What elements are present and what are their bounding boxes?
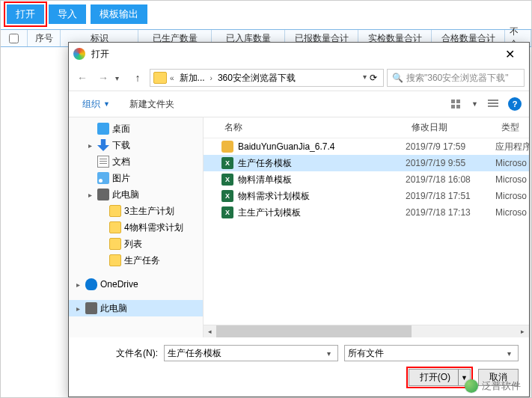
breadcrumb-dropdown-icon[interactable]: ▾ bbox=[363, 73, 367, 83]
search-icon: 🔍 bbox=[392, 73, 403, 83]
file-row[interactable]: 物料清单模板2019/7/18 16:08Microso bbox=[204, 171, 529, 188]
file-filter-select[interactable]: 所有文件 ▾ bbox=[344, 345, 519, 361]
desktop-icon bbox=[97, 123, 109, 135]
download-icon bbox=[97, 139, 109, 151]
tree-item[interactable]: 生产任务 bbox=[69, 252, 203, 269]
tree-item[interactable]: 文档 bbox=[69, 153, 203, 170]
file-type: 应用程序 bbox=[495, 141, 529, 153]
tree-item[interactable]: 3主生产计划 bbox=[69, 203, 203, 219]
tree-item[interactable]: ▸OneDrive bbox=[69, 276, 203, 293]
file-open-dialog: 打开 ✕ ← → ▾ ↑ « 新加... › 360安全浏览器下载 ▾ ⟳ 🔍 … bbox=[68, 42, 530, 397]
file-name: 物料需求计划模板 bbox=[238, 190, 310, 203]
file-type: Microso bbox=[495, 174, 529, 185]
folder-tree[interactable]: 桌面▸下载文档图片▸此电脑3主生产计划4物料需求计划列表生产任务▸OneDriv… bbox=[69, 117, 204, 337]
pic-icon bbox=[97, 172, 109, 184]
nav-back-icon[interactable]: ← bbox=[73, 69, 91, 87]
file-row[interactable]: BaiduYunGuanJia_6.7.42019/7/9 17:59应用程序 bbox=[204, 138, 529, 155]
tree-item[interactable]: ▸下载 bbox=[69, 137, 203, 153]
cancel-button[interactable]: 取消 bbox=[478, 369, 519, 386]
tree-item-label: 此电脑 bbox=[100, 302, 127, 315]
refresh-icon[interactable]: ⟳ bbox=[370, 73, 377, 83]
tree-item-label: 生产任务 bbox=[124, 254, 160, 267]
breadcrumb[interactable]: « 新加... › 360安全浏览器下载 ▾ ⟳ bbox=[150, 69, 384, 87]
new-folder-button[interactable]: 新建文件夹 bbox=[129, 98, 174, 111]
expand-icon[interactable]: ▸ bbox=[73, 304, 82, 313]
filename-input[interactable]: 生产任务模板 ▾ bbox=[164, 345, 338, 361]
open-file-button[interactable]: 打开(O) ▼ bbox=[409, 369, 471, 386]
view-list-icon[interactable] bbox=[486, 98, 501, 110]
expand-icon[interactable]: ▸ bbox=[73, 281, 82, 289]
search-input[interactable]: 🔍 搜索"360安全浏览器下载" bbox=[387, 69, 525, 87]
chevron-down-icon[interactable]: ▾ bbox=[322, 349, 334, 358]
tree-item-label: OneDrive bbox=[100, 279, 138, 290]
tree-item[interactable]: ▸此电脑 bbox=[69, 186, 203, 203]
view-dropdown-icon[interactable]: ▼ bbox=[471, 100, 478, 108]
horizontal-scrollbar[interactable]: ◂ ▸ bbox=[204, 325, 529, 337]
file-name: 生产任务模板 bbox=[238, 157, 292, 170]
excel-icon bbox=[221, 190, 233, 202]
scroll-thumb[interactable] bbox=[216, 325, 412, 337]
file-date: 2019/7/18 16:08 bbox=[406, 174, 495, 185]
file-header-name[interactable]: 名称 bbox=[204, 121, 406, 134]
file-type: Microso bbox=[495, 158, 529, 168]
tree-item[interactable]: 4物料需求计划 bbox=[69, 219, 203, 236]
dialog-title: 打开 bbox=[91, 48, 495, 61]
nav-history-dropdown[interactable]: ▾ bbox=[115, 74, 126, 82]
file-row[interactable]: 物料需求计划模板2019/7/18 17:51Microso bbox=[204, 188, 529, 204]
folder-icon bbox=[109, 238, 121, 250]
tree-item-label: 文档 bbox=[112, 156, 130, 168]
nav-up-icon[interactable]: ↑ bbox=[129, 69, 147, 87]
tree-item-label: 3主生产计划 bbox=[124, 205, 174, 218]
tree-item-label: 桌面 bbox=[112, 123, 130, 135]
tree-item-label: 下载 bbox=[112, 139, 130, 152]
tree-item[interactable]: 列表 bbox=[69, 236, 203, 252]
tree-item-label: 图片 bbox=[112, 172, 130, 185]
file-header-date[interactable]: 修改日期 bbox=[406, 121, 495, 134]
template-button[interactable]: 模板输出 bbox=[91, 4, 147, 24]
exe-icon bbox=[221, 141, 233, 153]
breadcrumb-seg[interactable]: 360安全浏览器下载 bbox=[215, 72, 298, 85]
view-thumbs-icon[interactable] bbox=[449, 98, 464, 110]
import-button[interactable]: 导入 bbox=[49, 4, 86, 24]
close-icon[interactable]: ✕ bbox=[495, 43, 525, 64]
folder-icon bbox=[109, 221, 121, 233]
pc-icon bbox=[85, 302, 97, 314]
expand-icon[interactable]: ▸ bbox=[85, 141, 94, 150]
file-name: BaiduYunGuanJia_6.7.4 bbox=[238, 141, 334, 152]
file-list[interactable]: BaiduYunGuanJia_6.7.42019/7/9 17:59应用程序生… bbox=[204, 138, 529, 325]
doc-icon bbox=[97, 156, 109, 168]
filename-label: 文件名(N): bbox=[79, 347, 158, 360]
tree-item-label: 此电脑 bbox=[112, 189, 139, 201]
folder-icon bbox=[109, 205, 121, 217]
file-date: 2019/7/18 17:51 bbox=[406, 191, 495, 201]
file-date: 2019/7/9 17:59 bbox=[406, 141, 495, 152]
scroll-right-icon[interactable]: ▸ bbox=[516, 325, 529, 337]
organize-button[interactable]: 组织 ▼ bbox=[76, 95, 116, 114]
tree-item[interactable]: ▸此电脑 bbox=[69, 300, 203, 316]
search-placeholder: 搜索"360安全浏览器下载" bbox=[406, 72, 509, 85]
file-type: Microso bbox=[495, 207, 529, 218]
excel-icon bbox=[221, 174, 233, 186]
select-all-checkbox[interactable] bbox=[9, 34, 19, 43]
file-name: 主生产计划模板 bbox=[238, 206, 301, 219]
onedrive-icon bbox=[85, 278, 97, 290]
chevron-down-icon[interactable]: ▾ bbox=[503, 349, 515, 358]
open-file-label: 打开(O) bbox=[420, 371, 450, 384]
open-dropdown-icon[interactable]: ▼ bbox=[458, 370, 470, 385]
file-row[interactable]: 主生产计划模板2019/7/18 17:13Microso bbox=[204, 204, 529, 221]
organize-label: 组织 bbox=[82, 98, 100, 111]
nav-forward-icon: → bbox=[94, 69, 112, 87]
col-seq: 序号 bbox=[28, 30, 61, 46]
breadcrumb-seg[interactable]: 新加... bbox=[177, 72, 207, 85]
file-row[interactable]: 生产任务模板2019/7/19 9:55Microso bbox=[204, 155, 529, 171]
help-icon[interactable]: ? bbox=[508, 97, 522, 111]
pc-icon bbox=[97, 189, 109, 200]
file-header-type[interactable]: 类型 bbox=[495, 121, 529, 134]
open-button[interactable]: 打开 bbox=[7, 4, 44, 24]
chevron-right-icon: › bbox=[209, 74, 214, 82]
scroll-left-icon[interactable]: ◂ bbox=[204, 325, 216, 337]
tree-item[interactable]: 图片 bbox=[69, 170, 203, 186]
tree-item[interactable]: 桌面 bbox=[69, 120, 203, 137]
filter-value: 所有文件 bbox=[348, 347, 503, 360]
expand-icon[interactable]: ▸ bbox=[85, 191, 94, 199]
